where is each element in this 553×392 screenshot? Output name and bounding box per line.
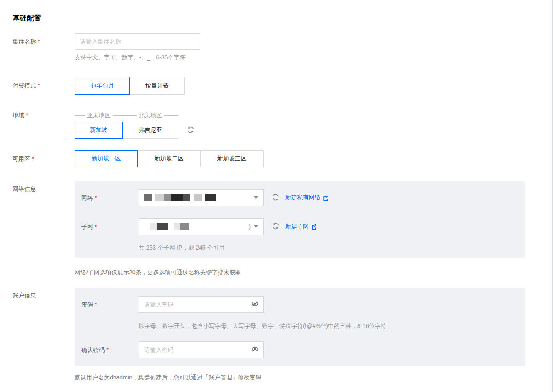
network-note: 网络/子网选项仅展示20条，更多选项可通过名称关键字搜索获取 bbox=[75, 268, 525, 276]
subnet-select[interactable]: ) bbox=[139, 218, 264, 235]
confirm-password-field bbox=[139, 341, 264, 358]
pay-mode-row: 付费模式* 包年包月 按量计费 bbox=[13, 77, 540, 95]
required-mark: * bbox=[26, 112, 28, 119]
vpc-label: 网络* bbox=[81, 189, 139, 206]
vpc-row: 网络* bbox=[81, 189, 525, 206]
zone-option-1[interactable]: 新加坡一区 bbox=[75, 150, 138, 167]
required-mark: * bbox=[38, 82, 40, 89]
account-note: 默认用户名为dbadmin，集群创建后，您可以通过「账户管理」修改密码 bbox=[75, 373, 525, 382]
region-group-na: 北美地区 bbox=[122, 111, 178, 119]
required-mark: * bbox=[32, 155, 34, 162]
zone-option-2[interactable]: 新加坡二区 bbox=[137, 150, 201, 167]
account-info-row: 账户信息 密码* bbox=[13, 288, 540, 382]
create-subnet-link[interactable]: 新建子网 bbox=[285, 218, 317, 235]
zone-row: 可用区* 新加坡一区 新加坡二区 新加坡三区 bbox=[13, 150, 540, 167]
password-hint: 以字母、数字开头，包含小写字母、大写字母、数字、特殊字符(!@#%^*)中的三种… bbox=[139, 322, 525, 330]
pay-mode-label: 付费模式* bbox=[13, 77, 75, 95]
subnet-ip-hint: 共 253 个子网 IP，剩 245 个可用 bbox=[139, 243, 525, 252]
required-mark: * bbox=[106, 346, 109, 353]
password-input[interactable] bbox=[144, 301, 251, 308]
password-field bbox=[139, 296, 264, 313]
chevron-down-icon bbox=[254, 196, 258, 199]
cluster-name-label: 集群名称* bbox=[13, 33, 75, 62]
confirm-password-row: 确认密码* bbox=[81, 341, 525, 358]
account-info-label: 账户信息 bbox=[13, 288, 75, 382]
confirm-password-visibility-toggle[interactable] bbox=[251, 345, 259, 354]
zone-group: 新加坡一区 新加坡二区 新加坡三区 bbox=[75, 150, 264, 167]
chevron-down-icon bbox=[254, 225, 258, 228]
page-title: 基础配置 bbox=[13, 13, 540, 23]
network-info-row: 网络信息 网络* bbox=[13, 181, 540, 276]
eye-off-icon bbox=[251, 345, 259, 354]
required-mark: * bbox=[95, 223, 97, 230]
create-vpc-link[interactable]: 新建私有网络 bbox=[285, 189, 329, 206]
region-option-virginia[interactable]: 弗吉尼亚 bbox=[122, 122, 178, 139]
subnet-refresh-button[interactable] bbox=[272, 218, 279, 235]
required-mark: * bbox=[95, 301, 97, 308]
password-row: 密码* bbox=[81, 296, 525, 313]
confirm-password-input[interactable] bbox=[144, 346, 251, 353]
refresh-icon bbox=[272, 222, 279, 231]
cluster-name-row: 集群名称* 支持中文、字母、数字、-、_，6-36个字符 bbox=[13, 33, 540, 62]
subnet-label: 子网* bbox=[81, 218, 139, 235]
region-group: 新加坡 弗吉尼亚 bbox=[75, 122, 178, 139]
pay-mode-option-prepaid[interactable]: 包年包月 bbox=[75, 77, 130, 95]
account-info-panel: 密码* bbox=[75, 288, 525, 366]
pay-mode-option-postpaid[interactable]: 按量计费 bbox=[129, 77, 185, 95]
required-mark: * bbox=[38, 38, 40, 45]
vpc-select[interactable] bbox=[139, 189, 264, 206]
region-row: 地域* 亚太地区 北美地区 新加坡 弗吉尼亚 bbox=[13, 111, 540, 139]
refresh-icon bbox=[187, 126, 194, 135]
page-right-divider bbox=[552, 0, 553, 392]
password-label: 密码* bbox=[81, 296, 139, 313]
required-mark: * bbox=[95, 194, 97, 201]
vpc-refresh-button[interactable] bbox=[272, 189, 279, 206]
redacted-subnet-value bbox=[144, 223, 249, 230]
region-label: 地域* bbox=[13, 111, 75, 139]
subnet-row: 子网* ) bbox=[81, 218, 525, 235]
zone-option-3[interactable]: 新加坡三区 bbox=[200, 150, 264, 167]
subnet-text-fragment: ) bbox=[249, 224, 251, 230]
redacted-vpc-value bbox=[144, 194, 251, 201]
zone-label: 可用区* bbox=[13, 150, 75, 167]
region-refresh-button[interactable] bbox=[187, 122, 194, 139]
cluster-name-hint: 支持中文、字母、数字、-、_，6-36个字符 bbox=[75, 53, 200, 62]
eye-off-icon bbox=[251, 300, 259, 309]
confirm-password-label: 确认密码* bbox=[81, 341, 139, 358]
network-info-panel: 网络* bbox=[75, 181, 525, 258]
region-option-singapore[interactable]: 新加坡 bbox=[75, 122, 123, 139]
pay-mode-group: 包年包月 按量计费 bbox=[75, 77, 185, 95]
refresh-icon bbox=[272, 193, 279, 202]
network-info-label: 网络信息 bbox=[13, 181, 75, 276]
cluster-name-input[interactable] bbox=[75, 33, 200, 50]
external-link-icon bbox=[323, 195, 329, 201]
region-group-apac: 亚太地区 bbox=[75, 111, 123, 119]
basic-config-section: 基础配置 集群名称* 支持中文、字母、数字、-、_，6-36个字符 付费模式* … bbox=[0, 0, 553, 382]
region-group-headers: 亚太地区 北美地区 bbox=[75, 111, 194, 119]
external-link-icon bbox=[311, 224, 317, 230]
password-visibility-toggle[interactable] bbox=[251, 300, 259, 309]
